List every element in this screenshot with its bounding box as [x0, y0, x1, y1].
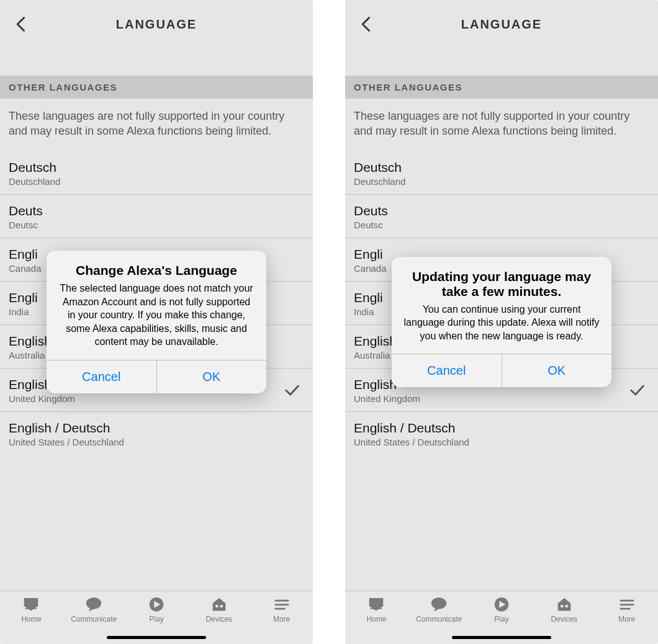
language-region: Deutsc — [354, 220, 649, 230]
chevron-left-icon — [12, 16, 30, 33]
cancel-button[interactable]: Cancel — [392, 354, 502, 387]
tab-label: Play — [494, 615, 508, 624]
ok-button[interactable]: OK — [502, 354, 612, 387]
phone-screen-left: LANGUAGE OTHER LANGUAGES These languages… — [0, 0, 313, 644]
language-name: Deuts — [9, 203, 304, 218]
language-item[interactable]: Deutsch Deutschland — [345, 151, 658, 195]
language-region: Deutschland — [9, 176, 304, 187]
dialog-message: You can continue using your current lang… — [403, 303, 600, 343]
tab-bar: Home Communicate Play Devices More — [345, 591, 658, 644]
language-item[interactable]: English / Deutsch United States / Deutsc… — [0, 412, 313, 455]
svg-rect-7 — [274, 608, 285, 610]
tab-label: Communicate — [71, 615, 117, 624]
chat-bubble-icon — [84, 596, 103, 612]
devices-icon — [210, 596, 228, 612]
tab-label: Devices — [205, 615, 232, 624]
svg-rect-6 — [274, 604, 289, 606]
tab-play[interactable]: Play — [128, 596, 184, 624]
language-region: Deutsc — [9, 220, 304, 230]
svg-rect-5 — [274, 600, 289, 602]
svg-point-3 — [215, 604, 219, 607]
hamburger-icon — [273, 596, 291, 612]
checkmark-icon — [283, 382, 300, 399]
dialog-title: Updating your language may take a few mi… — [403, 269, 600, 299]
tab-home[interactable]: Home — [348, 596, 404, 624]
svg-rect-15 — [620, 608, 630, 610]
language-name: Deutsch — [354, 160, 649, 175]
language-name: English / Deutsch — [9, 421, 304, 436]
language-name: Deutsch — [9, 160, 304, 175]
language-region: United Kingdom — [9, 393, 283, 404]
tab-label: More — [618, 615, 635, 624]
language-region: Deutschland — [354, 176, 649, 187]
home-indicator[interactable] — [452, 636, 551, 639]
phone-screen-right: LANGUAGE OTHER LANGUAGES These languages… — [345, 0, 658, 644]
tab-home[interactable]: Home — [3, 596, 59, 624]
header: LANGUAGE — [345, 0, 658, 48]
tab-label: Play — [149, 615, 163, 624]
svg-rect-0 — [25, 608, 37, 609]
page-title: LANGUAGE — [116, 17, 197, 32]
language-item[interactable]: Deutsch Deutschland — [0, 151, 313, 195]
tab-communicate[interactable]: Communicate — [411, 596, 467, 624]
back-button[interactable] — [12, 16, 30, 33]
cancel-button[interactable]: Cancel — [47, 360, 156, 393]
page-title: LANGUAGE — [461, 17, 542, 32]
section-header: OTHER LANGUAGES — [0, 76, 313, 99]
home-indicator[interactable] — [107, 636, 206, 639]
section-description: These languages are not fully supported … — [345, 99, 658, 151]
home-icon — [367, 596, 385, 612]
svg-rect-8 — [371, 608, 382, 609]
alert-dialog: Updating your language may take a few mi… — [392, 257, 611, 388]
tab-label: More — [273, 615, 290, 624]
tab-label: Communicate — [416, 615, 462, 624]
tab-devices[interactable]: Devices — [536, 596, 592, 624]
tab-more[interactable]: More — [254, 596, 310, 624]
svg-point-9 — [431, 597, 446, 609]
alert-dialog: Change Alexa's Language The selected lan… — [47, 251, 266, 393]
chevron-left-icon — [358, 16, 375, 33]
tab-more[interactable]: More — [599, 596, 655, 624]
language-region: United Kingdom — [354, 393, 628, 404]
svg-point-11 — [561, 604, 564, 607]
svg-rect-13 — [620, 600, 634, 602]
play-icon — [492, 596, 511, 612]
section-header: OTHER LANGUAGES — [345, 76, 658, 99]
home-icon — [22, 596, 40, 612]
svg-point-1 — [86, 597, 101, 609]
ok-button[interactable]: OK — [156, 360, 267, 393]
dialog-message: The selected language does not match you… — [58, 282, 255, 349]
devices-icon — [555, 596, 574, 612]
language-name: English / Deutsch — [354, 421, 649, 436]
svg-rect-14 — [620, 604, 634, 606]
checkmark-icon — [628, 382, 646, 399]
tab-devices[interactable]: Devices — [191, 596, 247, 624]
language-region: United States / Deutschland — [354, 437, 649, 447]
tab-label: Home — [21, 615, 41, 624]
svg-point-4 — [220, 604, 223, 607]
tab-play[interactable]: Play — [474, 596, 530, 624]
play-icon — [147, 596, 166, 612]
tab-bar: Home Communicate Play Devices More — [0, 591, 313, 644]
language-region: United States / Deutschland — [9, 437, 304, 447]
hamburger-icon — [618, 596, 636, 612]
language-item[interactable]: English / Deutsch United States / Deutsc… — [345, 412, 658, 455]
dialog-title: Change Alexa's Language — [58, 263, 255, 278]
section-description: These languages are not fully supported … — [0, 99, 313, 151]
language-name: Deuts — [354, 203, 649, 218]
language-item[interactable]: Deuts Deutsc — [0, 195, 313, 238]
header: LANGUAGE — [0, 0, 313, 48]
tab-communicate[interactable]: Communicate — [66, 596, 122, 624]
language-item[interactable]: Deuts Deutsc — [345, 195, 658, 238]
svg-point-12 — [565, 604, 568, 607]
tab-label: Home — [366, 615, 386, 624]
tab-label: Devices — [551, 615, 577, 624]
chat-bubble-icon — [430, 596, 448, 612]
back-button[interactable] — [358, 16, 375, 33]
